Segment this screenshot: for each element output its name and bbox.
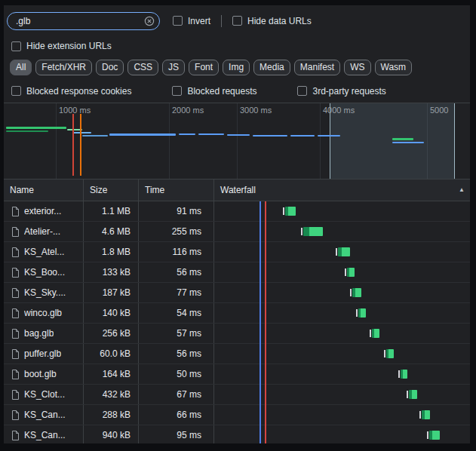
filter-input-wrap[interactable] xyxy=(7,12,160,30)
third-party-requests-checkbox-box[interactable] xyxy=(297,86,307,96)
table-row[interactable]: boot.glb164 kB50 ms xyxy=(4,364,470,385)
blocked-requests-checkbox[interactable]: Blocked requests xyxy=(172,86,256,97)
table-row[interactable]: puffer.glb60.0 kB56 ms xyxy=(4,344,470,364)
blocked-response-cookies-checkbox-box[interactable] xyxy=(11,86,21,96)
request-name-cell[interactable]: boot.glb xyxy=(4,364,83,384)
request-size: 256 kB xyxy=(83,324,138,343)
file-icon xyxy=(11,431,20,440)
request-name: KS_Clot... xyxy=(24,389,65,400)
timeline-overview[interactable]: 1000 ms2000 ms3000 ms4000 ms5000 xyxy=(4,103,470,179)
table-row[interactable]: Atelier-...4.6 MB255 ms xyxy=(4,222,470,242)
ruler-tick-label: 2000 ms xyxy=(172,106,204,115)
filter-chip-manifest[interactable]: Manifest xyxy=(294,60,340,75)
third-party-requests-checkbox[interactable]: 3rd-party requests xyxy=(297,86,385,97)
sort-arrow-icon[interactable]: ▲ xyxy=(459,186,465,194)
table-row[interactable]: KS_Boo...133 kB56 ms xyxy=(4,262,470,283)
column-header-size[interactable]: Size xyxy=(83,179,138,201)
filter-input[interactable] xyxy=(14,15,144,27)
blocked-response-cookies-checkbox[interactable]: Blocked response cookies xyxy=(11,86,131,97)
filter-chip-ws[interactable]: WS xyxy=(344,60,370,75)
request-name-cell[interactable]: exterior... xyxy=(4,201,83,221)
request-name-cell[interactable]: Atelier-... xyxy=(4,222,83,241)
table-row[interactable]: KS_Clot...432 kB67 ms xyxy=(4,385,470,405)
request-time: 116 ms xyxy=(138,242,213,262)
table-row[interactable]: KS_Sky....187 kB77 ms xyxy=(4,283,470,303)
network-toolbar: Invert Hide data URLs Hide extension URL… xyxy=(4,5,470,103)
ruler-tick-label: 3000 ms xyxy=(240,106,272,115)
filter-chip-font[interactable]: Font xyxy=(189,60,219,75)
filter-chip-img[interactable]: Img xyxy=(223,60,250,75)
waterfall-bar[interactable] xyxy=(386,349,394,358)
blocked-requests-checkbox-box[interactable] xyxy=(172,86,182,96)
hide-extension-urls-checkbox-box[interactable] xyxy=(11,41,21,51)
request-time: 255 ms xyxy=(138,222,213,241)
filter-chip-js[interactable]: JS xyxy=(162,60,185,75)
waterfall-bar[interactable] xyxy=(409,390,417,399)
file-icon xyxy=(11,329,20,339)
request-time: 56 ms xyxy=(138,262,213,282)
filter-chip-media[interactable]: Media xyxy=(253,60,290,75)
request-time: 77 ms xyxy=(138,283,213,302)
request-size: 60.0 kB xyxy=(83,344,138,364)
request-name-cell[interactable]: winco.glb xyxy=(4,303,83,323)
waterfall-cell xyxy=(213,222,470,241)
waterfall-bar[interactable] xyxy=(303,227,323,236)
waterfall-bar[interactable] xyxy=(347,268,355,277)
request-name-cell[interactable]: KS_Atel... xyxy=(4,242,83,262)
overview-selection-window[interactable] xyxy=(330,103,455,179)
extension-filter-row: Hide extension URLs xyxy=(7,36,470,56)
table-row[interactable]: exterior...1.1 MB91 ms xyxy=(4,201,470,222)
request-name: exterior... xyxy=(24,206,61,216)
table-row[interactable]: KS_Can...940 kB95 ms xyxy=(4,425,470,443)
waterfall-connect-tick xyxy=(345,268,346,276)
waterfall-bar[interactable] xyxy=(422,410,430,419)
filter-chip-fetch-xhr[interactable]: Fetch/XHR xyxy=(35,60,92,75)
column-header-name[interactable]: Name xyxy=(4,179,83,201)
waterfall-connect-tick xyxy=(427,431,428,439)
request-name-cell[interactable]: puffer.glb xyxy=(4,344,83,364)
hide-extension-urls-checkbox[interactable]: Hide extension URLs xyxy=(11,41,112,51)
filter-chip-all[interactable]: All xyxy=(10,60,32,75)
waterfall-bar[interactable] xyxy=(429,431,440,440)
file-icon xyxy=(11,288,20,298)
waterfall-cell xyxy=(213,283,470,302)
request-size: 288 kB xyxy=(83,405,138,425)
column-header-waterfall[interactable]: Waterfall ▲ xyxy=(213,179,470,201)
table-row[interactable]: winco.glb140 kB54 ms xyxy=(4,303,470,324)
waterfall-cell xyxy=(213,385,470,404)
request-name: boot.glb xyxy=(24,369,57,379)
invert-checkbox-box[interactable] xyxy=(173,16,183,26)
request-name-cell[interactable]: bag.glb xyxy=(4,324,83,343)
waterfall-bar[interactable] xyxy=(285,207,296,216)
filter-chip-wasm[interactable]: Wasm xyxy=(375,60,413,75)
request-name: winco.glb xyxy=(24,308,62,318)
waterfall-connect-tick xyxy=(283,207,284,215)
filter-chip-doc[interactable]: Doc xyxy=(96,60,124,75)
hide-data-urls-checkbox-box[interactable] xyxy=(232,16,242,26)
invert-checkbox[interactable]: Invert xyxy=(173,16,210,26)
hide-data-urls-checkbox[interactable]: Hide data URLs xyxy=(232,16,312,26)
waterfall-bar[interactable] xyxy=(338,247,350,256)
request-name: KS_Can... xyxy=(24,410,66,420)
request-time: 57 ms xyxy=(138,324,213,343)
request-name: KS_Sky.... xyxy=(24,287,66,298)
waterfall-bar[interactable] xyxy=(372,329,379,338)
request-time: 66 ms xyxy=(138,405,213,425)
table-row[interactable]: KS_Atel...1.8 MB116 ms xyxy=(4,242,470,262)
request-name-cell[interactable]: KS_Clot... xyxy=(4,385,83,404)
filter-chip-css[interactable]: CSS xyxy=(127,60,158,75)
table-row[interactable]: KS_Can...288 kB66 ms xyxy=(4,405,470,425)
request-name-cell[interactable]: KS_Can... xyxy=(4,405,83,425)
request-name-cell[interactable]: KS_Sky.... xyxy=(4,283,83,302)
file-icon xyxy=(11,410,20,420)
overview-traffic-segment xyxy=(227,134,250,136)
request-name-cell[interactable]: KS_Can... xyxy=(4,425,83,443)
table-row[interactable]: bag.glb256 kB57 ms xyxy=(4,324,470,344)
request-time: 67 ms xyxy=(138,385,213,404)
waterfall-bar[interactable] xyxy=(401,370,407,379)
clear-filter-icon[interactable] xyxy=(144,16,155,26)
request-name-cell[interactable]: KS_Boo... xyxy=(4,262,83,282)
column-header-time[interactable]: Time xyxy=(138,179,213,201)
waterfall-bar[interactable] xyxy=(358,308,366,318)
waterfall-bar[interactable] xyxy=(352,288,361,297)
